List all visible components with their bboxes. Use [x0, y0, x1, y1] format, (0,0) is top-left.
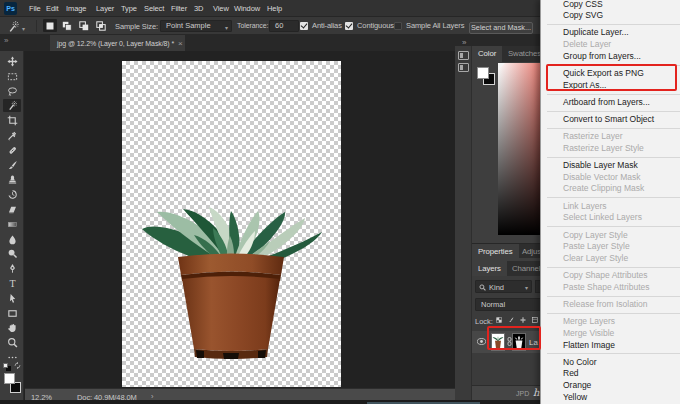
- rectangular-marquee-tool[interactable]: [3, 70, 21, 83]
- lasso-tool-icon: [7, 86, 18, 97]
- menu-item-copy-layer-style: Copy Layer Style: [541, 230, 680, 242]
- spot-healing-brush-tool[interactable]: [3, 144, 21, 157]
- menu-image[interactable]: Image: [66, 0, 86, 17]
- document-tab[interactable]: jpg @ 12.2% (Layer 0, Layer Mask/8) * ×: [50, 35, 185, 51]
- clone-stamp-tool[interactable]: [3, 173, 21, 186]
- collapsed-panel-dock: »: [455, 46, 472, 404]
- checkbox-unchecked-icon: [394, 22, 402, 30]
- checkbox-label: Contiguous: [357, 21, 394, 30]
- sample-all-layers-checkbox[interactable]: Sample All Layers: [394, 21, 464, 30]
- color-picker-gradient[interactable]: [498, 63, 540, 235]
- document-tab-title: jpg @ 12.2% (Layer 0, Layer Mask/8) *: [50, 40, 174, 47]
- eyedropper-tool-icon: [7, 130, 18, 141]
- expand-panels-icon[interactable]: »: [462, 38, 465, 47]
- menu-item-select-linked-layers: Select Linked Layers: [541, 212, 680, 224]
- menu-help[interactable]: Help: [267, 0, 282, 17]
- layer-filter-select[interactable]: Kind ▾: [475, 280, 532, 293]
- menu-item-orange[interactable]: Orange: [541, 380, 680, 392]
- menu-item-red[interactable]: Red: [541, 368, 680, 380]
- lasso-tool[interactable]: [3, 85, 21, 98]
- layers-panel-tabs: Layers Channels: [472, 261, 540, 276]
- select-and-mask-button[interactable]: Select and Mask...: [469, 22, 533, 34]
- tab-layers[interactable]: Layers: [472, 261, 507, 276]
- properties-panel-tabs: Properties Adjustments: [472, 243, 540, 258]
- panel-dock: Color Swatches Properties Adjustments La…: [472, 46, 540, 404]
- menu-item-no-color[interactable]: No Color: [541, 357, 680, 369]
- menu-file[interactable]: File: [29, 0, 41, 17]
- menu-item-copy-svg[interactable]: Copy SVG: [541, 10, 680, 22]
- menu-view[interactable]: View: [213, 0, 229, 17]
- tab-color[interactable]: Color: [472, 46, 502, 62]
- move-tool[interactable]: [3, 55, 21, 68]
- menu-item-yellow[interactable]: Yellow: [541, 392, 680, 404]
- document-canvas[interactable]: [122, 61, 341, 387]
- layer-visibility-icon[interactable]: [477, 338, 486, 345]
- menu-edit[interactable]: Edit: [46, 0, 59, 17]
- canvas-area: [25, 51, 455, 388]
- dodge-tool[interactable]: [3, 247, 21, 260]
- zoom-tool-icon: [7, 337, 18, 348]
- collapse-tools-icon[interactable]: »: [4, 36, 7, 45]
- layer-context-menu: Copy CSSCopy SVGDuplicate Layer...Delete…: [540, 0, 680, 404]
- watermark-text: JPD: [516, 390, 529, 397]
- anti-alias-checkbox[interactable]: Anti-alias: [300, 21, 342, 30]
- annotation-thumbnails-highlight: [487, 326, 541, 350]
- menu-3d[interactable]: 3D: [194, 0, 203, 17]
- menu-item-artboard-from-layers[interactable]: Artboard from Layers...: [541, 97, 680, 109]
- search-icon: [479, 284, 486, 291]
- eyedropper-tool[interactable]: [3, 129, 21, 142]
- menu-item-convert-to-smart-object[interactable]: Convert to Smart Object: [541, 114, 680, 126]
- checkbox-checked-icon: [345, 22, 353, 30]
- foreground-color-swatch[interactable]: [477, 67, 489, 79]
- menu-item-create-clipping-mask: Create Clipping Mask: [541, 183, 680, 195]
- lock-position-icon: [519, 316, 527, 324]
- eraser-tool[interactable]: [3, 203, 21, 216]
- pen-tool[interactable]: [3, 262, 21, 275]
- contiguous-checkbox[interactable]: Contiguous: [345, 21, 394, 30]
- close-tab-icon[interactable]: ×: [178, 39, 183, 48]
- hand-tool[interactable]: [3, 321, 21, 334]
- pen-tool-icon: [7, 263, 18, 274]
- path-selection-tool[interactable]: [3, 292, 21, 305]
- menu-item-merge-layers: Merge Layers: [541, 316, 680, 328]
- type-tool[interactable]: T: [3, 277, 21, 290]
- menu-item-group-from-layers[interactable]: Group from Layers...: [541, 51, 680, 63]
- magic-wand-tool[interactable]: [3, 99, 21, 112]
- history-brush-tool[interactable]: [3, 188, 21, 201]
- zoom-tool[interactable]: [3, 336, 21, 349]
- chevron-down-icon: ▾: [525, 283, 528, 294]
- tab-properties[interactable]: Properties: [472, 244, 519, 259]
- menu-separator: [547, 313, 680, 314]
- menu-filter[interactable]: Filter: [171, 0, 187, 17]
- collapsed-panel-icon[interactable]: [458, 51, 469, 60]
- menu-separator: [547, 226, 680, 227]
- default-colors-icon[interactable]: [3, 363, 8, 368]
- blur-tool[interactable]: [3, 233, 21, 246]
- menu-separator: [547, 197, 680, 198]
- rectangle-tool[interactable]: [3, 307, 21, 320]
- menu-window[interactable]: Window: [234, 0, 260, 17]
- menu-separator: [547, 157, 680, 158]
- gradient-tool[interactable]: [3, 218, 21, 231]
- menu-item-copy-css[interactable]: Copy CSS: [541, 0, 680, 10]
- menu-type[interactable]: Type: [121, 0, 137, 17]
- menu-separator: [547, 128, 680, 129]
- blend-mode-select[interactable]: Normal: [475, 298, 545, 311]
- menu-item-disable-layer-mask[interactable]: Disable Layer Mask: [541, 160, 680, 172]
- menu-select[interactable]: Select: [144, 0, 164, 17]
- crop-tool[interactable]: [3, 114, 21, 127]
- menu-item-paste-shape-attributes: Paste Shape Attributes: [541, 282, 680, 294]
- crop-tool-icon: [7, 115, 18, 126]
- menu-layer[interactable]: Layer: [96, 0, 114, 17]
- brush-tool[interactable]: [3, 159, 21, 172]
- rectangle-tool-icon: [7, 308, 18, 319]
- collapsed-panel-icon[interactable]: [458, 63, 469, 72]
- menu-item-flatten-image[interactable]: Flatten Image: [541, 340, 680, 352]
- foreground-color-swatch[interactable]: [4, 373, 15, 384]
- filter-kind-value: Kind: [489, 282, 504, 293]
- path-selection-tool-icon: [7, 293, 18, 304]
- brush-tool-icon: [7, 160, 18, 171]
- menu-item-disable-vector-mask: Disable Vector Mask: [541, 172, 680, 184]
- swap-colors-icon[interactable]: [14, 362, 21, 369]
- menu-item-duplicate-layer[interactable]: Duplicate Layer...: [541, 27, 680, 39]
